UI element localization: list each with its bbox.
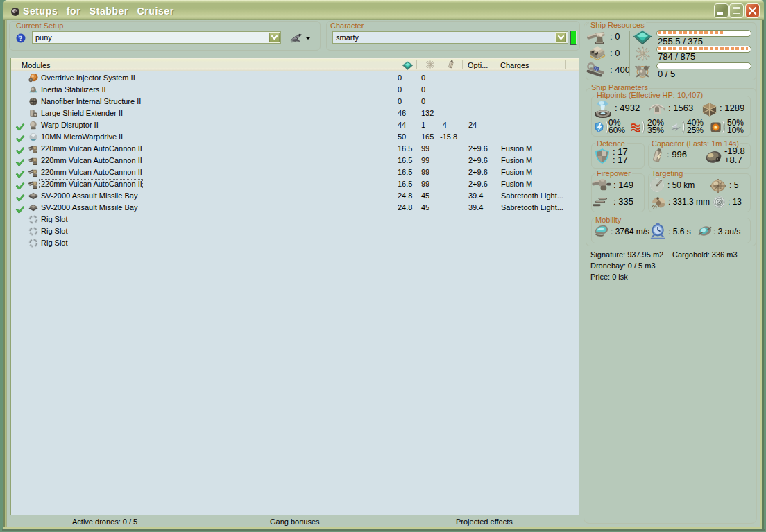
- svg-text:?: ?: [19, 35, 23, 42]
